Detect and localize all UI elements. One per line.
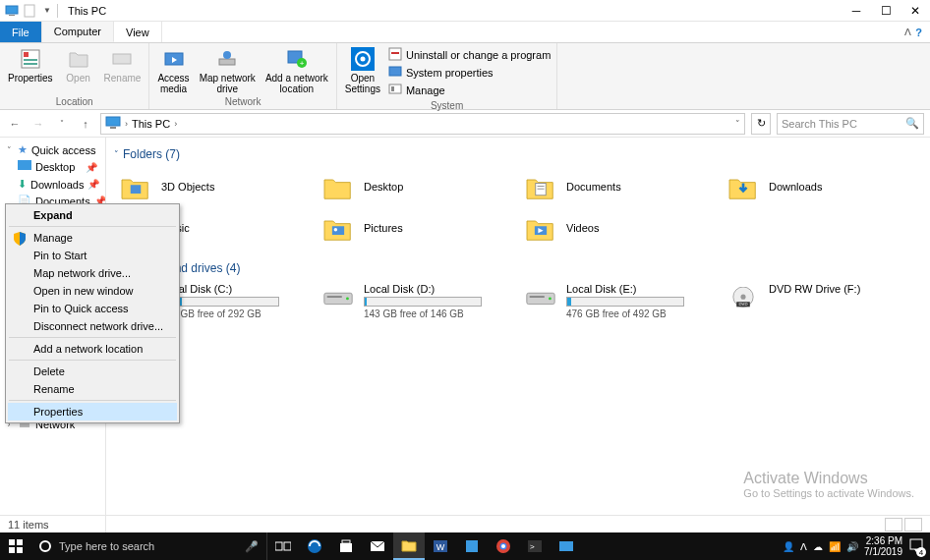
tab-view[interactable]: View <box>114 22 162 42</box>
taskbar-search[interactable]: Type here to search 🎤 <box>31 532 267 560</box>
refresh-button[interactable]: ↻ <box>751 113 771 135</box>
access-media-button[interactable]: Access media <box>153 45 193 96</box>
tb-cmd-icon[interactable]: > <box>519 532 551 560</box>
ctx-map-drive[interactable]: Map network drive... <box>8 264 177 282</box>
status-item-count: 11 items <box>8 519 49 531</box>
start-button[interactable] <box>0 532 31 560</box>
tb-chrome-icon[interactable] <box>488 532 519 560</box>
tray-volume-icon[interactable]: 🔊 <box>846 541 858 552</box>
recent-dropdown[interactable]: ˅ <box>53 115 71 133</box>
view-large-button[interactable] <box>904 518 922 532</box>
tb-store-icon[interactable] <box>330 532 362 560</box>
search-input[interactable]: Search This PC 🔍 <box>777 113 924 135</box>
tb-edge-icon[interactable] <box>299 532 330 560</box>
tree-collapse-icon[interactable]: ˅ <box>4 145 14 155</box>
shield-icon <box>12 231 28 247</box>
svg-rect-21 <box>389 84 401 93</box>
drive-item[interactable]: Local Disk (D:)143 GB free of 146 GB <box>320 283 513 319</box>
tray-people-icon[interactable]: 👤 <box>783 541 794 552</box>
ctx-open-new-window[interactable]: Open in new window <box>8 282 177 300</box>
folder-item[interactable]: Pictures <box>320 210 513 246</box>
back-button[interactable]: ← <box>6 115 24 133</box>
group-network-label: Network <box>153 96 331 109</box>
help-icon[interactable]: ? <box>915 27 922 38</box>
uninstall-program-button[interactable]: Uninstall or change a program <box>388 47 551 63</box>
qat-dropdown-icon[interactable]: ▼ <box>39 3 55 19</box>
folder-item[interactable]: 3D Objects <box>118 169 311 204</box>
history-dropdown-icon[interactable]: ˅ <box>735 119 740 129</box>
chevron-icon[interactable]: › <box>123 119 130 129</box>
ctx-rename[interactable]: Rename <box>8 380 177 398</box>
svg-text:DVD: DVD <box>739 302 748 307</box>
tb-explorer-icon[interactable] <box>393 532 425 560</box>
map-drive-icon <box>215 47 239 71</box>
tb-mail-icon[interactable] <box>362 532 393 560</box>
pc-icon <box>105 116 121 132</box>
folder-icon <box>523 169 558 204</box>
tab-file[interactable]: File <box>0 22 42 42</box>
section-folders-header[interactable]: ˅ Folders (7) <box>114 147 918 161</box>
mic-icon[interactable]: 🎤 <box>245 540 259 553</box>
search-icon: 🔍 <box>905 117 919 130</box>
close-button[interactable]: ✕ <box>901 0 930 22</box>
ctx-delete[interactable]: Delete <box>8 363 177 380</box>
ctx-disconnect-drive[interactable]: Disconnect network drive... <box>8 317 177 335</box>
tab-computer[interactable]: Computer <box>42 22 114 42</box>
svg-rect-34 <box>332 226 344 235</box>
section-drives-header[interactable]: ˅ Devices and drives (4) <box>114 261 918 275</box>
folder-item[interactable]: Documents <box>523 169 716 204</box>
drive-icon <box>320 283 356 312</box>
desktop-icon <box>18 160 31 174</box>
ctx-manage[interactable]: Manage <box>8 229 177 247</box>
folder-icon <box>320 169 356 204</box>
ribbon-collapse-icon[interactable]: ᐱ <box>904 27 911 37</box>
ctx-expand[interactable]: Expand <box>8 206 177 224</box>
svg-rect-30 <box>538 186 545 187</box>
svg-rect-59 <box>342 540 350 543</box>
folder-item[interactable]: Videos <box>523 210 716 246</box>
ctx-properties[interactable]: Properties <box>8 403 177 420</box>
sidebar-item-downloads[interactable]: ⬇ Downloads 📌 <box>0 176 105 193</box>
ctx-pin-start[interactable]: Pin to Start <box>8 247 177 264</box>
properties-button[interactable]: Properties <box>4 45 57 85</box>
tb-word-icon[interactable]: W <box>425 532 456 560</box>
open-settings-button[interactable]: Open Settings <box>341 45 384 96</box>
up-button[interactable]: ↑ <box>77 115 94 133</box>
breadcrumb-thispc[interactable]: This PC <box>132 118 170 130</box>
tray-up-icon[interactable]: ᐱ <box>800 541 807 552</box>
folder-item[interactable]: Desktop <box>320 169 513 204</box>
maximize-button[interactable]: ☐ <box>871 0 901 22</box>
task-view-button[interactable] <box>267 532 299 560</box>
drive-free-text: 143 GB free of 146 GB <box>364 308 482 319</box>
pin-icon: 📌 <box>86 162 101 173</box>
folder-label: Desktop <box>364 181 403 193</box>
sidebar-quick-access[interactable]: ˅ ★ Quick access <box>0 141 105 158</box>
ctx-add-network-location[interactable]: Add a network location <box>8 340 177 358</box>
tray-notifications-icon[interactable]: 4 <box>908 537 924 555</box>
tb-app1-icon[interactable] <box>456 532 488 560</box>
add-location-button[interactable]: + Add a network location <box>262 45 332 96</box>
svg-point-17 <box>360 57 365 62</box>
ctx-pin-quick-access[interactable]: Pin to Quick access <box>8 300 177 317</box>
folder-icon <box>523 210 558 246</box>
chevron-icon[interactable]: › <box>172 119 179 129</box>
svg-rect-24 <box>110 127 116 129</box>
view-details-button[interactable] <box>885 518 902 532</box>
address-bar: ← → ˅ ↑ › This PC › ˅ ↻ Search This PC 🔍 <box>0 110 930 138</box>
breadcrumb[interactable]: › This PC › ˅ <box>100 113 745 135</box>
tray-network-icon[interactable]: 📶 <box>829 541 841 552</box>
folder-item[interactable]: Downloads <box>726 169 918 204</box>
forward-button[interactable]: → <box>29 115 47 133</box>
manage-button[interactable]: Manage <box>388 83 551 98</box>
qat-doc-icon[interactable] <box>22 3 37 19</box>
drive-item[interactable]: Local Disk (E:)476 GB free of 492 GB <box>523 283 716 319</box>
svg-rect-26 <box>20 423 29 427</box>
tray-clock[interactable]: 2:36 PM 7/1/2019 <box>864 535 902 557</box>
sidebar-item-desktop[interactable]: Desktop 📌 <box>0 158 105 176</box>
map-drive-button[interactable]: Map network drive <box>196 45 260 96</box>
drive-item[interactable]: DVDDVD RW Drive (F:) <box>726 283 918 319</box>
tb-app2-icon[interactable] <box>551 532 582 560</box>
minimize-button[interactable]: ─ <box>842 0 871 22</box>
tray-onedrive-icon[interactable]: ☁ <box>813 541 823 552</box>
system-properties-button[interactable]: System properties <box>388 65 551 81</box>
